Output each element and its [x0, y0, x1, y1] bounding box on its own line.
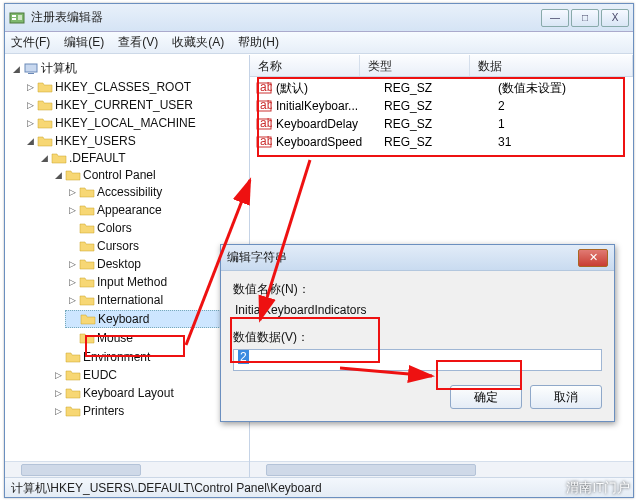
folder-icon — [51, 151, 67, 165]
data-input[interactable]: 2 — [233, 349, 602, 371]
value-name: InitialKeyboar... — [276, 99, 380, 113]
folder-icon — [37, 134, 53, 148]
tree-colors[interactable]: ▷Colors — [65, 220, 249, 236]
string-value-icon: ab — [256, 117, 272, 131]
titlebar[interactable]: 注册表编辑器 — □ X — [5, 4, 633, 32]
folder-icon — [37, 116, 53, 130]
folder-icon — [37, 80, 53, 94]
svg-text:ab: ab — [260, 99, 272, 112]
folder-icon — [80, 312, 96, 326]
value-type: REG_SZ — [384, 135, 494, 149]
edit-string-dialog: 编辑字符串 ✕ 数值名称(N)： InitialKeyboardIndicato… — [220, 244, 615, 422]
string-value-icon: ab — [256, 81, 272, 95]
regedit-icon — [9, 10, 25, 26]
folder-icon — [65, 386, 81, 400]
svg-text:ab: ab — [260, 135, 272, 148]
dialog-titlebar[interactable]: 编辑字符串 ✕ — [221, 245, 614, 271]
name-label: 数值名称(N)： — [233, 281, 602, 298]
list-row[interactable]: ab KeyboardSpeed REG_SZ 31 — [250, 133, 633, 151]
tree-hklm[interactable]: ▷HKEY_LOCAL_MACHINE — [23, 115, 249, 131]
folder-icon — [79, 239, 95, 253]
expand-icon[interactable]: ▷ — [25, 100, 35, 110]
collapse-icon[interactable]: ◢ — [25, 136, 35, 146]
folder-icon — [79, 221, 95, 235]
tree-controlpanel[interactable]: ◢Control Panel — [51, 167, 249, 183]
expand-icon[interactable]: ▷ — [67, 259, 77, 269]
list-header: 名称 类型 数据 — [250, 55, 633, 77]
col-name[interactable]: 名称 — [250, 55, 360, 76]
tree-hku[interactable]: ◢HKEY_USERS — [23, 133, 249, 149]
tree-hkcr[interactable]: ▷HKEY_CLASSES_ROOT — [23, 79, 249, 95]
menubar: 文件(F) 编辑(E) 查看(V) 收藏夹(A) 帮助(H) — [5, 32, 633, 54]
value-type: REG_SZ — [384, 81, 494, 95]
value-name: (默认) — [276, 80, 380, 97]
svg-rect-3 — [18, 15, 22, 20]
expand-icon[interactable]: ▷ — [25, 118, 35, 128]
tree-hscrollbar[interactable] — [5, 461, 249, 477]
string-value-icon: ab — [256, 99, 272, 113]
value-type: REG_SZ — [384, 117, 494, 131]
folder-icon — [79, 331, 95, 345]
svg-rect-2 — [12, 18, 16, 20]
tree-accessibility[interactable]: ▷Accessibility — [65, 184, 249, 200]
col-data[interactable]: 数据 — [470, 55, 633, 76]
folder-icon — [65, 368, 81, 382]
menu-favorites[interactable]: 收藏夹(A) — [172, 34, 224, 51]
svg-rect-5 — [28, 73, 34, 74]
folder-icon — [79, 293, 95, 307]
computer-icon — [23, 62, 39, 76]
maximize-button[interactable]: □ — [571, 9, 599, 27]
svg-rect-4 — [25, 64, 37, 72]
minimize-button[interactable]: — — [541, 9, 569, 27]
collapse-icon[interactable]: ◢ — [11, 64, 21, 74]
menu-help[interactable]: 帮助(H) — [238, 34, 279, 51]
dialog-title: 编辑字符串 — [227, 249, 578, 266]
dialog-close-button[interactable]: ✕ — [578, 249, 608, 267]
menu-edit[interactable]: 编辑(E) — [64, 34, 104, 51]
expand-icon[interactable]: ▷ — [67, 295, 77, 305]
folder-icon — [79, 257, 95, 271]
folder-icon — [65, 168, 81, 182]
folder-icon — [79, 275, 95, 289]
tree-appearance[interactable]: ▷Appearance — [65, 202, 249, 218]
list-row[interactable]: ab KeyboardDelay REG_SZ 1 — [250, 115, 633, 133]
list-hscrollbar[interactable] — [250, 461, 633, 477]
tree-hkcu[interactable]: ▷HKEY_CURRENT_USER — [23, 97, 249, 113]
list-row[interactable]: ab InitialKeyboar... REG_SZ 2 — [250, 97, 633, 115]
tree-pane: ◢ 计算机 ▷HKEY_CLASSES_ROOT ▷HKEY_CURRENT_U… — [5, 55, 250, 477]
name-value: InitialKeyboardIndicators — [233, 301, 602, 323]
expand-icon[interactable]: ▷ — [67, 205, 77, 215]
folder-icon — [79, 185, 95, 199]
status-path: 计算机\HKEY_USERS\.DEFAULT\Control Panel\Ke… — [11, 481, 322, 495]
tree-root[interactable]: ◢ 计算机 — [9, 59, 249, 78]
menu-view[interactable]: 查看(V) — [118, 34, 158, 51]
cancel-button[interactable]: 取消 — [530, 385, 602, 409]
watermark: 渭南IT门户 — [566, 479, 630, 497]
menu-file[interactable]: 文件(F) — [11, 34, 50, 51]
expand-icon[interactable]: ▷ — [53, 406, 63, 416]
col-type[interactable]: 类型 — [360, 55, 470, 76]
folder-icon — [65, 350, 81, 364]
svg-text:ab: ab — [260, 117, 272, 130]
expand-icon[interactable]: ▷ — [67, 187, 77, 197]
value-data: 2 — [498, 99, 627, 113]
list-row[interactable]: ab (默认) REG_SZ (数值未设置) — [250, 79, 633, 97]
data-label: 数值数据(V)： — [233, 329, 602, 346]
expand-icon[interactable]: ▷ — [53, 370, 63, 380]
close-button[interactable]: X — [601, 9, 629, 27]
svg-rect-1 — [12, 15, 16, 17]
svg-text:ab: ab — [260, 81, 272, 94]
expand-icon[interactable]: ▷ — [67, 277, 77, 287]
collapse-icon[interactable]: ◢ — [39, 153, 49, 163]
ok-button[interactable]: 确定 — [450, 385, 522, 409]
string-value-icon: ab — [256, 135, 272, 149]
value-data: 31 — [498, 135, 627, 149]
value-type: REG_SZ — [384, 99, 494, 113]
tree-default[interactable]: ◢.DEFAULT — [37, 150, 249, 166]
window-title: 注册表编辑器 — [31, 9, 541, 26]
expand-icon[interactable]: ▷ — [25, 82, 35, 92]
statusbar: 计算机\HKEY_USERS\.DEFAULT\Control Panel\Ke… — [5, 477, 633, 497]
value-data: (数值未设置) — [498, 80, 627, 97]
collapse-icon[interactable]: ◢ — [53, 170, 63, 180]
expand-icon[interactable]: ▷ — [53, 388, 63, 398]
